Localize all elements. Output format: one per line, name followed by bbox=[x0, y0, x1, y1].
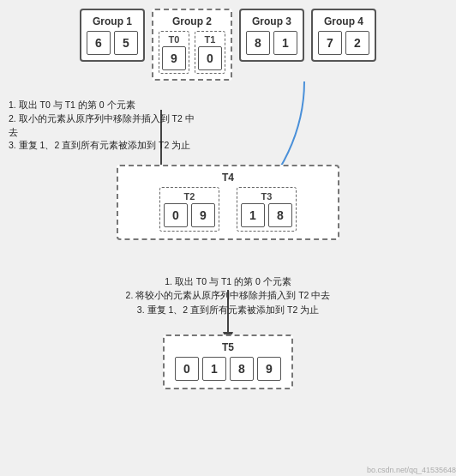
t0-cell-0: 9 bbox=[162, 46, 186, 70]
desc1-line2: 2. 取小的元素从原序列中移除并插入到 T2 中去 bbox=[9, 112, 197, 140]
t5-cells: 0 1 8 9 bbox=[175, 357, 281, 381]
group1-label: Group 1 bbox=[93, 15, 132, 27]
group3-cell-1: 1 bbox=[273, 31, 297, 55]
group2-inner-row: T0 9 T1 0 bbox=[159, 31, 225, 74]
group4-box: Group 4 7 2 bbox=[311, 9, 376, 62]
group4-cell-1: 2 bbox=[345, 31, 369, 55]
t5-section: T5 0 1 8 9 bbox=[163, 334, 293, 389]
t2-label: T2 bbox=[184, 191, 195, 202]
arrows-svg bbox=[0, 17, 456, 476]
t5-wrapper: T5 0 1 8 9 bbox=[163, 334, 293, 389]
t1-cell-0: 0 bbox=[198, 46, 222, 70]
desc1-line1: 1. 取出 T0 与 T1 的第 0 个元素 bbox=[9, 99, 197, 112]
group1-cell-1: 5 bbox=[114, 31, 138, 55]
t4-inner-row: T2 0 9 T3 1 8 bbox=[159, 187, 297, 232]
desc2-line1: 1. 取出 T0 与 T1 的第 0 个元素 bbox=[95, 274, 361, 288]
t2-cells: 0 9 bbox=[164, 203, 215, 227]
group4-cells: 7 2 bbox=[318, 31, 369, 55]
t5-cell-2: 8 bbox=[230, 357, 254, 381]
t1-group: T1 0 bbox=[195, 31, 225, 74]
t2-group: T2 0 9 bbox=[159, 187, 219, 232]
group2-label: Group 2 bbox=[172, 15, 212, 27]
description2: 1. 取出 T0 与 T1 的第 0 个元素 2. 将较小的元素从原序列中移除并… bbox=[95, 274, 361, 316]
t3-label: T3 bbox=[261, 191, 273, 202]
group3-cell-0: 8 bbox=[246, 31, 270, 55]
t1-label: T1 bbox=[205, 34, 216, 45]
t5-label: T5 bbox=[222, 341, 234, 353]
group1-cells: 6 5 bbox=[87, 31, 138, 55]
desc1-line3: 3. 重复 1、2 直到所有元素被添加到 T2 为止 bbox=[9, 139, 197, 153]
t0-label: T0 bbox=[169, 34, 180, 45]
group1-cell-0: 6 bbox=[87, 31, 111, 55]
t3-group: T3 1 8 bbox=[237, 187, 297, 232]
t3-cell-1: 8 bbox=[268, 203, 292, 227]
t4-section: T4 T2 0 9 T3 1 8 bbox=[117, 165, 339, 240]
group2-box: Group 2 T0 9 T1 0 bbox=[152, 9, 232, 81]
t0-group: T0 9 bbox=[159, 31, 189, 74]
t4-label: T4 bbox=[222, 172, 234, 184]
t5-cell-1: 1 bbox=[202, 357, 226, 381]
groups-row: Group 1 6 5 Group 2 T0 9 T1 0 Group bbox=[0, 9, 456, 81]
t2-cell-1: 9 bbox=[191, 203, 215, 227]
t4-wrapper: T4 T2 0 9 T3 1 8 bbox=[117, 165, 339, 240]
group4-cell-0: 7 bbox=[318, 31, 342, 55]
desc2-line3: 3. 重复 1、2 直到所有元素被添加到 T2 为止 bbox=[95, 303, 361, 316]
group4-label: Group 4 bbox=[324, 15, 363, 27]
watermark: bo.csdn.net/qq_41535648 bbox=[367, 466, 456, 474]
group3-cells: 8 1 bbox=[246, 31, 297, 55]
canvas: Group 1 6 5 Group 2 T0 9 T1 0 Group bbox=[0, 0, 456, 476]
t5-cell-0: 0 bbox=[175, 357, 199, 381]
group3-box: Group 3 8 1 bbox=[239, 9, 304, 62]
t5-cell-3: 9 bbox=[257, 357, 281, 381]
t2-cell-0: 0 bbox=[164, 203, 188, 227]
group3-label: Group 3 bbox=[252, 15, 291, 27]
t3-cell-0: 1 bbox=[241, 203, 265, 227]
description1: 1. 取出 T0 与 T1 的第 0 个元素 2. 取小的元素从原序列中移除并插… bbox=[9, 99, 197, 153]
desc2-line2: 2. 将较小的元素从原序列中移除并插入到 T2 中去 bbox=[95, 288, 361, 302]
t3-cells: 1 8 bbox=[241, 203, 292, 227]
group1-box: Group 1 6 5 bbox=[80, 9, 145, 62]
